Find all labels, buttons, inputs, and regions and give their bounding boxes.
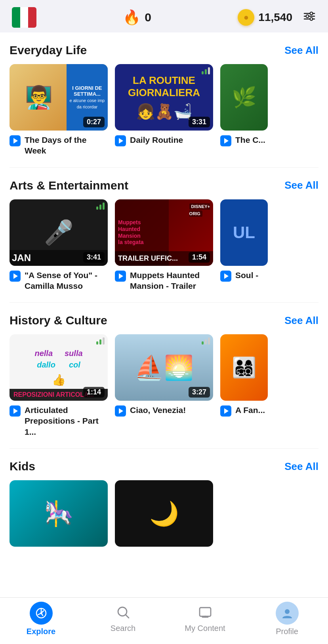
svg-point-5	[310, 17, 313, 20]
video-card[interactable]: 🎠	[10, 480, 108, 547]
play-icon	[115, 271, 126, 282]
duration-badge: 1:54	[189, 252, 210, 263]
video-thumbnail: 🌿	[220, 64, 268, 131]
coin-count: 11,540	[258, 11, 292, 24]
my-content-icon	[198, 605, 213, 621]
search-icon	[116, 605, 131, 621]
coin-icon: ●	[238, 9, 254, 26]
video-thumbnail: 👨‍🏫 I GIORNI DESETTIMA...e alcune cose i…	[10, 64, 108, 131]
svg-point-13	[285, 609, 290, 614]
video-card[interactable]: 🌿 The C...	[220, 64, 268, 156]
signal-badge	[202, 337, 210, 345]
section-arts-entertainment: Arts & Entertainment See All 🎤 JAN 3:41	[0, 168, 328, 299]
signal-badge	[96, 203, 105, 210]
streak-area: 🔥 0	[123, 9, 151, 26]
video-title: "A Sense of You" - Camilla Musso	[25, 270, 108, 292]
nav-label-profile: Profile	[276, 627, 298, 636]
profile-icon	[276, 602, 299, 625]
video-title: Daily Routine	[130, 134, 183, 145]
video-thumbnail: MuppetsHauntedMansionla stegata DISNEY+O…	[115, 199, 213, 266]
see-all-kids[interactable]: See All	[284, 460, 318, 473]
section-title-arts: Arts & Entertainment	[10, 179, 128, 192]
video-card[interactable]: MuppetsHauntedMansionla stegata DISNEY+O…	[115, 199, 213, 292]
video-card[interactable]: 🌙	[115, 480, 213, 547]
video-label: Ciao, Venezia!	[115, 405, 213, 417]
video-thumbnail: 🌙	[115, 480, 213, 547]
settings-icon[interactable]	[303, 9, 316, 26]
video-row-everyday: 👨‍🏫 I GIORNI DESETTIMA...e alcune cose i…	[10, 64, 318, 160]
play-icon	[115, 405, 126, 417]
duration-badge: 0:27	[83, 117, 105, 127]
video-thumbnail: 🎠	[10, 480, 108, 547]
section-title-kids: Kids	[10, 460, 35, 473]
svg-point-7	[40, 612, 42, 614]
video-label: "A Sense of You" - Camilla Musso	[10, 270, 108, 292]
main-content: Everyday Life See All 👨‍🏫 I GIORNI DESET…	[0, 32, 328, 598]
signal-badge	[202, 67, 210, 74]
svg-point-4	[306, 15, 309, 17]
duration-badge: 1:14	[83, 387, 105, 398]
video-card[interactable]: nellasulla dallocol 👍 REPOSIZIONI ARTICO…	[10, 334, 108, 437]
video-row-kids: 🎠 🌙	[10, 480, 318, 547]
video-card[interactable]: 🎤 JAN 3:41 "A Sense of You" - Camilla Mu…	[10, 199, 108, 292]
section-header-everyday: Everyday Life See All	[10, 44, 318, 57]
svg-point-3	[310, 12, 313, 15]
play-icon	[115, 135, 126, 146]
duration-badge: 3:31	[189, 117, 210, 127]
video-thumbnail: LA ROUTINEGIORNALIERA 👧🧸🛁 3:31	[115, 64, 213, 131]
see-all-arts[interactable]: See All	[284, 179, 318, 191]
video-title: The C...	[235, 134, 265, 145]
nav-label-explore: Explore	[27, 627, 55, 636]
signal-badge	[96, 337, 105, 345]
video-thumbnail: UL	[220, 199, 268, 266]
play-icon	[220, 271, 231, 282]
video-label: Daily Routine	[115, 134, 213, 146]
nav-item-explore[interactable]: Explore	[10, 602, 73, 636]
video-row-history: nellasulla dallocol 👍 REPOSIZIONI ARTICO…	[10, 334, 318, 441]
video-card[interactable]: UL Soul -	[220, 199, 268, 292]
duration-badge: 3:27	[189, 387, 210, 398]
video-card[interactable]: 👨‍🏫 I GIORNI DESETTIMA...e alcune cose i…	[10, 64, 108, 156]
header-right: ● 11,540	[238, 9, 316, 26]
section-header-kids: Kids See All	[10, 460, 318, 473]
video-title: Muppets Haunted Mansion - Trailer	[130, 270, 213, 292]
video-title: Soul -	[235, 270, 258, 280]
video-title: Articulated Prepositions - Part 1...	[25, 405, 108, 437]
video-card[interactable]: 👨‍👩‍👧‍👦 A Fan...	[220, 334, 268, 437]
video-label: Articulated Prepositions - Part 1...	[10, 405, 108, 437]
section-kids: Kids See All 🎠 🌙	[0, 449, 328, 551]
duration-badge: 3:41	[83, 252, 105, 263]
explore-icon	[30, 602, 53, 625]
video-card[interactable]: LA ROUTINEGIORNALIERA 👧🧸🛁 3:31 Daily Rou…	[115, 64, 213, 156]
play-icon	[220, 405, 231, 417]
play-icon	[220, 135, 231, 146]
video-thumbnail: 👨‍👩‍👧‍👦	[220, 334, 268, 401]
bottom-navigation: Explore Search My Content Profil	[0, 597, 328, 644]
nav-label-search: Search	[111, 624, 135, 633]
nav-item-profile[interactable]: Profile	[256, 602, 319, 636]
video-label: The C...	[220, 134, 268, 146]
video-title: Ciao, Venezia!	[130, 405, 186, 415]
video-thumbnail: nellasulla dallocol 👍 REPOSIZIONI ARTICO…	[10, 334, 108, 401]
section-title-history: History & Culture	[10, 314, 107, 327]
nav-item-my-content[interactable]: My Content	[174, 605, 237, 633]
see-all-everyday[interactable]: See All	[284, 44, 318, 57]
section-history-culture: History & Culture See All nellasulla dal…	[0, 303, 328, 445]
streak-count: 0	[145, 11, 151, 24]
nav-label-my-content: My Content	[185, 624, 225, 633]
section-header-history: History & Culture See All	[10, 314, 318, 327]
video-label: A Fan...	[220, 405, 268, 417]
nav-item-search[interactable]: Search	[92, 605, 155, 633]
app-header: 🔥 0 ● 11,540	[0, 0, 328, 32]
video-thumbnail: 🎤 JAN 3:41	[10, 199, 108, 266]
video-title: The Days of the Week	[25, 134, 108, 156]
video-thumbnail: ⛵🌅 3:27	[115, 334, 213, 401]
video-card[interactable]: ⛵🌅 3:27 Ciao, Venezia!	[115, 334, 213, 437]
video-label: Soul -	[220, 270, 268, 282]
see-all-history[interactable]: See All	[284, 314, 318, 327]
coin-area: ● 11,540	[238, 9, 292, 26]
play-icon	[10, 271, 21, 282]
svg-rect-10	[200, 608, 211, 616]
play-icon	[10, 405, 21, 417]
video-label: Muppets Haunted Mansion - Trailer	[115, 270, 213, 292]
